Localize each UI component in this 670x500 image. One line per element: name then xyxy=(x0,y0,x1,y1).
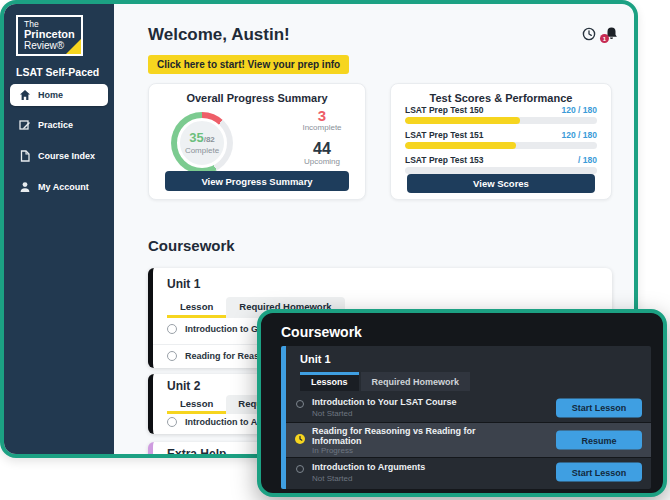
modal-lesson-status: Not Started xyxy=(312,474,352,483)
modal-lesson-row[interactable]: Introduction to Arguments Not Started St… xyxy=(286,457,651,486)
modal-lesson-status: Not Started xyxy=(312,409,352,418)
sidebar-item-label: My Account xyxy=(38,182,89,192)
score-bar-fill xyxy=(405,117,520,124)
score-bar xyxy=(405,117,597,124)
incomplete-label: Incomplete xyxy=(287,123,357,132)
coursework-modal: Coursework Unit 1 Lessons Required Homew… xyxy=(257,309,667,497)
logo-triangle xyxy=(66,39,81,54)
product-name: LSAT Self-Paced xyxy=(16,66,99,78)
upcoming-value: 44 xyxy=(287,141,357,157)
test-label: LSAT Prep Test 151 xyxy=(405,130,484,140)
test-score: 120 / 180 xyxy=(562,130,597,140)
status-circle-icon xyxy=(296,400,304,408)
complete-total: /82 xyxy=(204,135,215,144)
clock-icon[interactable] xyxy=(582,27,596,41)
coursework-heading: Coursework xyxy=(148,237,235,254)
status-circle-icon xyxy=(167,324,177,334)
score-row: LSAT Prep Test 151 120 / 180 xyxy=(405,130,597,155)
sidebar-item-home[interactable]: Home xyxy=(10,84,108,106)
sidebar-item-course-index[interactable]: Course Index xyxy=(10,145,108,167)
sidebar-item-my-account[interactable]: My Account xyxy=(10,176,108,198)
home-icon xyxy=(19,89,31,101)
page: The Princeton Review® LSAT Self-Paced Ho… xyxy=(0,0,670,500)
sidebar-item-label: Course Index xyxy=(38,151,95,161)
modal-unit-panel: Unit 1 Lessons Required Homework Introdu… xyxy=(281,346,651,489)
tab-lesson[interactable]: Lesson xyxy=(167,297,226,318)
incomplete-value: 3 xyxy=(287,108,357,123)
file-icon xyxy=(19,150,31,162)
modal-tab-lessons[interactable]: Lessons xyxy=(300,372,359,391)
modal-tab-required-homework[interactable]: Required Homework xyxy=(361,372,471,391)
modal-lesson-rows: Introduction to Your LSAT Course Not Sta… xyxy=(286,393,651,486)
complete-label: Complete xyxy=(185,146,219,155)
modal-lesson-row-in-progress[interactable]: Reading for Reasoning vs Reading for Inf… xyxy=(286,422,651,457)
resume-button[interactable]: Resume xyxy=(556,431,642,450)
modal-lesson-status: In Progress xyxy=(312,446,353,455)
prep-info-banner-button[interactable]: Click here to start! View your prep info xyxy=(148,55,349,74)
progress-stats: 3 Incomplete 44 Upcoming xyxy=(287,108,357,166)
score-bar-fill xyxy=(405,142,516,149)
progress-card-title: Overall Progress Summary xyxy=(149,92,365,104)
sidebar: The Princeton Review® LSAT Self-Paced Ho… xyxy=(4,4,114,454)
modal-title: Coursework xyxy=(281,324,362,340)
sidebar-item-practice[interactable]: Practice xyxy=(10,114,108,136)
in-progress-clock-icon xyxy=(295,434,305,444)
view-scores-button[interactable]: View Scores xyxy=(407,174,595,193)
progress-donut-center: 35/82 Complete xyxy=(177,118,227,168)
modal-lesson-title: Introduction to Arguments xyxy=(312,463,512,473)
unit-title: Unit 2 xyxy=(167,379,200,393)
scores-card-title: Test Scores & Performance xyxy=(391,92,611,104)
modal-unit-title: Unit 1 xyxy=(300,353,331,365)
modal-lesson-row[interactable]: Introduction to Your LSAT Course Not Sta… xyxy=(286,393,651,422)
test-scores-card: Test Scores & Performance LSAT Prep Test… xyxy=(390,83,612,200)
progress-donut: 35/82 Complete xyxy=(171,112,233,174)
test-label: LSAT Prep Test 153 xyxy=(405,155,484,165)
test-score: 120 / 180 xyxy=(562,105,597,115)
person-icon xyxy=(19,181,31,193)
view-progress-summary-button[interactable]: View Progress Summary xyxy=(165,171,349,191)
status-circle-icon xyxy=(296,465,304,473)
modal-tabs: Lessons Required Homework xyxy=(300,372,470,391)
unit-title: Extra Help xyxy=(167,447,226,458)
complete-value: 35 xyxy=(189,130,203,145)
modal-lesson-title: Reading for Reasoning vs Reading for Inf… xyxy=(312,427,492,446)
upcoming-label: Upcoming xyxy=(287,157,357,166)
unit-title: Unit 1 xyxy=(167,277,200,291)
welcome-heading: Welcome, Austin! xyxy=(148,25,290,45)
score-bar xyxy=(405,142,597,149)
score-row: LSAT Prep Test 150 120 / 180 xyxy=(405,105,597,130)
tab-lesson[interactable]: Lesson xyxy=(167,395,226,414)
notification-badge: 1 xyxy=(600,34,609,43)
notifications-button[interactable]: 1 xyxy=(604,26,619,41)
score-bar xyxy=(405,167,597,174)
score-rows: LSAT Prep Test 150 120 / 180 LSAT Prep T… xyxy=(405,105,597,180)
overall-progress-card: Overall Progress Summary 35/82 Complete … xyxy=(148,83,366,200)
header-icons: 1 xyxy=(582,26,619,41)
test-label: LSAT Prep Test 150 xyxy=(405,105,484,115)
test-score: / 180 xyxy=(578,155,597,165)
modal-lesson-title: Introduction to Your LSAT Course xyxy=(312,398,512,408)
start-lesson-button[interactable]: Start Lesson xyxy=(556,398,642,417)
princeton-review-logo: The Princeton Review® xyxy=(16,15,83,56)
status-circle-icon xyxy=(167,417,177,427)
status-circle-icon xyxy=(167,351,177,361)
sidebar-item-label: Practice xyxy=(38,120,73,130)
start-lesson-button[interactable]: Start Lesson xyxy=(556,463,642,482)
sidebar-item-label: Home xyxy=(38,90,63,100)
pencil-icon xyxy=(19,119,31,131)
